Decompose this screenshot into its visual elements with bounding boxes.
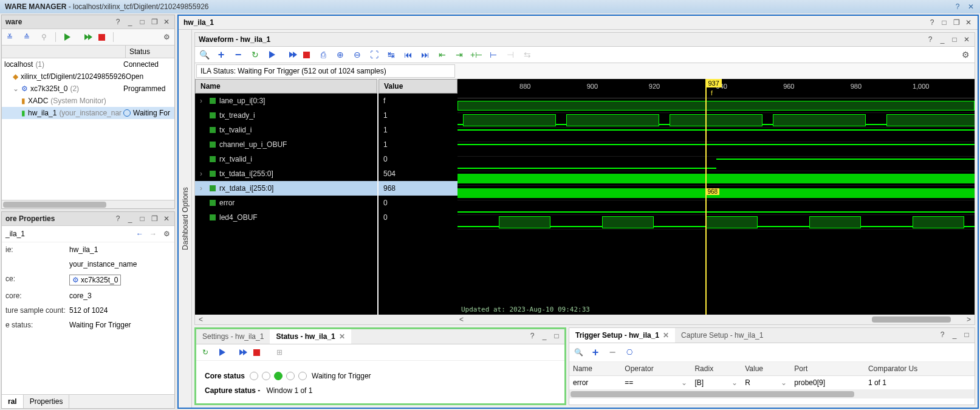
waveform-canvas[interactable]: 937 880 900 920 940 960 980 1,000 f	[457, 79, 975, 315]
tab-settings[interactable]: Settings - hw_ila_1	[196, 329, 270, 344]
close-tab-icon[interactable]: ✕	[339, 332, 345, 341]
settings-icon[interactable]: ⚙	[161, 32, 172, 43]
settings-icon[interactable]: ⚙	[960, 49, 971, 60]
tab-status[interactable]: Status - hw_ila_1✕	[270, 329, 351, 344]
signal-row[interactable]: ›rx_tdata_i[255:0]	[195, 181, 377, 196]
signal-row[interactable]: ›lane_up_i[0:3]	[195, 94, 377, 108]
run-button[interactable]	[267, 49, 278, 60]
expand-icon[interactable]: ⌄	[13, 84, 19, 93]
tree-row-device[interactable]: ⌄⚙ xc7k325t_0 (2) Programmed	[2, 83, 174, 95]
add-icon[interactable]: +	[216, 49, 227, 60]
minimize-icon[interactable]: _	[126, 18, 134, 26]
go-start-icon[interactable]: ⏮	[403, 49, 414, 60]
help-icon[interactable]: ?	[114, 18, 122, 26]
signal-row[interactable]: rx_tvalid_i	[195, 152, 377, 166]
back-icon[interactable]: ←	[135, 230, 144, 238]
tab-trigger-setup[interactable]: Trigger Setup - hw_ila_1✕	[569, 328, 675, 343]
trigger-h-scrollbar[interactable]	[569, 390, 975, 398]
run-all-button[interactable]	[79, 32, 90, 43]
add-trigger-icon[interactable]: +	[590, 347, 601, 358]
zoom-out-icon[interactable]: ⊖	[352, 49, 363, 60]
zoom-in-icon[interactable]: ⊕	[335, 49, 346, 60]
close-icon[interactable]: ✕	[962, 35, 971, 44]
help-icon[interactable]: ?	[938, 330, 947, 339]
settings-icon[interactable]: ⚙	[162, 230, 171, 238]
run-button[interactable]	[217, 347, 228, 358]
search-icon[interactable]: 🔍	[199, 49, 210, 60]
tree-row-xadc[interactable]: ▮ XADC (System Monitor)	[2, 95, 174, 107]
stop-button[interactable]	[96, 32, 107, 43]
help-icon[interactable]: ?	[114, 214, 122, 223]
expand-icon[interactable]: ≙	[21, 32, 32, 43]
cursor-icon[interactable]: ↹	[386, 49, 397, 60]
signal-row[interactable]: ›tx_tdata_i[255:0]	[195, 166, 377, 181]
signal-row[interactable]: channel_up_i_OBUF	[195, 137, 377, 152]
zoom-fit-icon[interactable]: ⛶	[369, 49, 380, 60]
operator-select[interactable]: ==⌄	[625, 378, 687, 387]
tree-row-digilent[interactable]: ◆ xilinx_tcf/Digilent/210249855926 Open	[2, 70, 174, 83]
collapse-icon[interactable]: ≚	[4, 32, 15, 43]
minimize-icon[interactable]: _	[950, 330, 959, 339]
tree-row-hw-ila[interactable]: ▮ hw_ila_1 (your_instance_nar Waiting Fo…	[2, 107, 174, 119]
tree-row-localhost[interactable]: localhost (1) Connected	[2, 58, 174, 70]
stop-button[interactable]	[301, 49, 312, 60]
prev-trans-icon[interactable]: ⇤	[437, 49, 448, 60]
options-icon[interactable]: ⊞	[274, 347, 285, 358]
value-select[interactable]: R⌄	[745, 378, 787, 387]
signal-row[interactable]: led4_OBUF	[195, 210, 377, 225]
go-end-icon[interactable]: ⏭	[420, 49, 431, 60]
restore-icon[interactable]: ❐	[150, 214, 159, 223]
trigger-options-icon[interactable]: ⎔	[624, 347, 635, 358]
expand-icon[interactable]: ›	[200, 184, 206, 193]
tab-capture-setup[interactable]: Capture Setup - hw_ila_1	[675, 328, 769, 343]
forward-icon[interactable]: →	[149, 230, 157, 238]
close-tab-icon[interactable]: ✕	[663, 331, 669, 340]
help-icon[interactable]: ?	[926, 35, 934, 44]
tab-properties[interactable]: Properties	[24, 395, 70, 408]
help-icon[interactable]: ?	[928, 18, 936, 27]
link-icon[interactable]: ⚲	[38, 32, 49, 43]
add-marker-icon[interactable]: +⊢	[471, 49, 482, 60]
run-button[interactable]	[62, 32, 73, 43]
signal-row[interactable]: error	[195, 196, 377, 210]
cursor-marker[interactable]	[705, 79, 707, 315]
minimize-icon[interactable]: _	[540, 332, 549, 340]
maximize-icon[interactable]: □	[940, 18, 948, 27]
minimize-icon[interactable]: _	[126, 214, 134, 223]
expand-icon[interactable]: ›	[200, 97, 206, 105]
stop-button[interactable]	[251, 347, 262, 358]
refresh-icon[interactable]: ↻	[250, 49, 261, 60]
refresh-icon[interactable]: ↻	[200, 347, 211, 358]
run-all-button[interactable]	[234, 347, 245, 358]
next-trans-icon[interactable]: ⇥	[454, 49, 465, 60]
help-icon[interactable]: ?	[953, 2, 962, 11]
remove-icon[interactable]: −	[233, 49, 244, 60]
signal-row[interactable]: tx_tready_i	[195, 108, 377, 123]
radix-select[interactable]: [B]⌄	[694, 378, 738, 387]
tab-general[interactable]: ral	[2, 395, 24, 408]
remove-trigger-icon[interactable]: −	[607, 347, 618, 358]
waveform-h-scrollbar[interactable]: < < >	[195, 315, 975, 324]
maximize-icon[interactable]: □	[138, 214, 146, 223]
close-icon[interactable]: ✕	[964, 18, 973, 27]
maximize-icon[interactable]: □	[950, 35, 959, 44]
minimize-icon[interactable]: _	[938, 35, 947, 44]
export-icon[interactable]: ⎙	[318, 49, 329, 60]
swap-icon[interactable]: ⇆	[522, 49, 533, 60]
maximize-icon[interactable]: □	[552, 332, 561, 340]
close-icon[interactable]: ✕	[162, 214, 171, 223]
run-all-button[interactable]	[284, 49, 295, 60]
maximize-icon[interactable]: □	[962, 330, 971, 339]
device-chip[interactable]: ⚙xc7k325t_0	[69, 275, 121, 285]
restore-icon[interactable]: ❐	[952, 18, 961, 27]
close-icon[interactable]: ✕	[162, 18, 171, 26]
dashboard-options-tab[interactable]: Dashboard Options	[179, 30, 192, 408]
restore-icon[interactable]: ❐	[150, 18, 159, 26]
search-icon[interactable]: 🔍	[573, 347, 584, 358]
help-icon[interactable]: ?	[528, 332, 536, 340]
trigger-row[interactable]: error ==⌄ [B]⌄ R⌄ probe0[9] 1 of 1	[569, 376, 975, 390]
h-scrollbar[interactable]	[2, 200, 174, 208]
expand-icon[interactable]: ›	[200, 169, 206, 178]
maximize-icon[interactable]: □	[138, 18, 146, 26]
close-icon[interactable]: ✕	[967, 2, 975, 11]
